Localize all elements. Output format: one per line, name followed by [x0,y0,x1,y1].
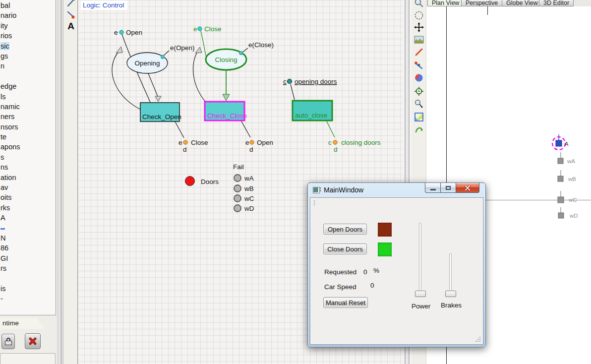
toolbar-grip[interactable] [314,200,315,205]
warning-led-wb[interactable] [234,185,241,192]
lasso-select-icon[interactable] [414,10,424,20]
brakes-slider-handle[interactable] [445,291,456,297]
doors-led[interactable] [185,177,195,186]
callback-open-dot[interactable] [161,55,164,59]
edge-eclose-to-closing[interactable] [201,31,206,58]
warning-led-wc[interactable] [234,195,241,202]
sidebar-item[interactable]: ns [0,162,56,172]
draw-line-icon[interactable] [414,47,424,57]
state-opening-label: Opening [134,60,160,67]
sidebar-item[interactable]: - [0,294,56,303]
sidebar-item[interactable]: ity [0,21,56,31]
sidebar-item[interactable]: rs [0,263,56,273]
entity-a[interactable]: A [552,134,569,150]
application-window: balnarioityriossicgsnedgelsnamicnersnsor… [0,0,591,364]
lock-button[interactable] [1,334,15,349]
edge-openingdoors-to-autoclose[interactable] [291,84,295,100]
sidebar-item[interactable]: bal [0,0,56,10]
edge-checkclose-out[interactable] [241,121,250,137]
zoom-region-icon[interactable] [414,99,424,109]
line-tool-icon[interactable] [66,0,76,7]
sidebar-item[interactable]: rks [0,203,56,213]
requested-label: Requested [324,268,356,276]
zoom-icon[interactable] [414,0,424,8]
entity-wb[interactable]: wB [558,170,576,182]
out-closing-doors-dot[interactable] [333,140,337,144]
close-doors-button[interactable]: Close Doors [323,243,367,254]
sidebar-item[interactable]: ners [0,112,56,121]
warning-led-wa[interactable] [234,175,241,182]
sidebar-item[interactable]: n [0,61,56,71]
center-view-icon[interactable] [414,86,424,96]
sidebar-list[interactable]: balnarioityriossicgsnedgelsnamicnersnsor… [0,0,56,315]
sidebar-item[interactable] [0,71,56,81]
sidebar-item[interactable]: rios [0,31,56,41]
sidebar-item[interactable]: ls [0,92,56,102]
sidebar-item[interactable]: A [0,213,56,223]
tab-runtime[interactable]: ntime [0,318,45,329]
terrain-icon[interactable] [414,35,424,45]
sidebar-item[interactable]: GI [0,253,56,263]
sidebar-splitter[interactable] [56,0,63,364]
sidebar-item[interactable]: ation [0,173,56,182]
pie-icon[interactable] [414,73,424,83]
sidebar-item[interactable]: nsors [0,122,56,132]
sidebar-item[interactable] [0,274,56,284]
connector-tool-icon[interactable] [66,10,76,20]
event-open-dot[interactable] [119,30,123,34]
sidebar-item[interactable]: nario [0,10,56,20]
sidebar-item[interactable]: te [0,132,56,142]
measure-icon[interactable] [414,61,424,70]
sidebar-item[interactable]: oits [0,192,56,202]
delete-button[interactable] [25,333,41,349]
pan-icon[interactable] [414,22,424,32]
power-slider-handle[interactable] [415,291,426,297]
callback-close-dot[interactable] [239,51,242,55]
edge-checkclose-feedback[interactable] [193,50,206,102]
resize-grip[interactable] [475,337,480,342]
sidebar-item[interactable]: namic [0,102,56,112]
sidebar-item[interactable]: gs [0,51,56,61]
entity-wc-label: wC [568,197,577,203]
maximize-button[interactable] [441,183,456,193]
sidebar-item[interactable]: av [0,182,56,192]
cmd-opening-doors-prefix: c [283,78,287,85]
sidebar-item[interactable]: edge [0,81,56,91]
cmd-opening-doors-dot[interactable] [288,79,292,84]
sidebar-bottom: ntime [0,315,57,364]
arrowhead [155,96,161,102]
event-close-dot[interactable] [198,27,202,31]
warning-led-wd[interactable] [234,205,241,212]
open-doors-button[interactable]: Open Doors [323,224,367,235]
edge-eclose-callback [242,48,248,53]
sidebar-item[interactable]: apons [0,142,56,152]
entity-a-label: A [565,141,569,147]
map-icon[interactable] [414,112,424,122]
titlebar[interactable]: MainWindow [308,183,485,197]
power-slider-track[interactable] [419,223,421,297]
sidebar-item[interactable]: s [0,152,56,162]
edit-route-icon[interactable] [414,124,424,134]
sidebar-item[interactable]: sic [0,41,56,51]
edge-autoclose-out[interactable] [326,121,335,137]
out-close-dot[interactable] [183,140,187,144]
minimize-button[interactable] [425,183,441,193]
entity-wa[interactable]: wA [558,152,575,164]
event-open-prefix: e [114,29,118,36]
text-tool-icon[interactable]: A [66,21,76,31]
edge-checkopen-out[interactable] [175,121,184,138]
entity-wd[interactable]: wD [558,207,578,219]
state-check-close-label: Check_Close [207,112,247,120]
entity-wb-label: wB [568,176,576,182]
main-window-dialog[interactable]: MainWindow Open Doors Close Doors Reques… [307,182,486,347]
sidebar-item[interactable]: 86 [0,243,56,253]
sidebar-item[interactable]: is [0,284,56,294]
sidebar-item[interactable] [0,223,56,233]
car-speed-label: Car Speed [324,283,356,291]
sidebar-item[interactable]: N [0,233,56,243]
entity-wc[interactable]: wC [558,191,577,203]
manual-reset-button[interactable]: Manual Reset [323,297,368,308]
out-open-dot[interactable] [250,140,254,144]
edge-opening-to-checkopen[interactable] [148,73,158,98]
close-button[interactable] [456,183,479,193]
